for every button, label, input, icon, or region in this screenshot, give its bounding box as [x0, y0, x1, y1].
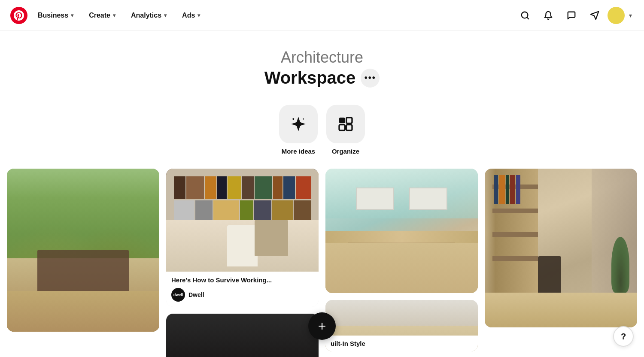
add-pin-fab[interactable]: +: [308, 312, 336, 340]
chevron-down-icon: ▾: [71, 12, 73, 18]
header: Business ▾ Create ▾ Analytics ▾ Ads ▾: [0, 0, 644, 31]
nav-analytics[interactable]: Analytics ▾: [124, 7, 173, 24]
board-actions: More ideas Organize: [0, 96, 644, 169]
pin-overlay: uilt-In Style: [325, 336, 478, 351]
pin-image: [7, 169, 159, 332]
more-ideas-label: More ideas: [282, 148, 315, 155]
svg-point-3: [292, 118, 294, 120]
pin-card[interactable]: Here's How to Survive Working... dwell D…: [166, 169, 319, 307]
notifications-button[interactable]: [538, 5, 559, 26]
more-ideas-icon: [279, 105, 318, 143]
pinterest-logo[interactable]: [10, 7, 27, 24]
svg-rect-5: [339, 118, 345, 123]
pin-card[interactable]: [325, 169, 478, 293]
pin-card[interactable]: uilt-In Style: [325, 300, 478, 351]
board-header: Architecture Workspace •••: [0, 31, 644, 96]
chevron-down-icon: ▾: [164, 12, 167, 18]
search-button[interactable]: [515, 5, 535, 26]
board-options-button[interactable]: •••: [361, 69, 380, 88]
pin-card[interactable]: [7, 169, 159, 332]
svg-line-1: [527, 17, 529, 19]
pin-info: Here's How to Survive Working... dwell D…: [166, 272, 319, 307]
svg-rect-7: [339, 125, 345, 130]
user-avatar[interactable]: [608, 7, 625, 24]
pin-column-3: [485, 169, 637, 327]
svg-marker-2: [591, 11, 598, 19]
pin-image: [166, 169, 319, 272]
pin-source: dwell Dwell: [171, 288, 313, 302]
pin-column-2: uilt-In Style: [325, 169, 478, 351]
help-button[interactable]: ?: [613, 326, 634, 347]
pin-card[interactable]: [166, 314, 319, 357]
header-right: ▾: [515, 5, 634, 26]
pin-image: [325, 169, 478, 293]
svg-point-4: [303, 118, 304, 120]
more-ideas-button[interactable]: More ideas: [279, 105, 318, 155]
svg-rect-8: [346, 125, 352, 130]
share-button[interactable]: [584, 5, 605, 26]
nav-create[interactable]: Create ▾: [82, 7, 122, 24]
source-avatar: dwell: [171, 288, 185, 302]
chevron-down-icon: ▾: [197, 12, 200, 18]
main-nav: Business ▾ Create ▾ Analytics ▾ Ads ▾: [31, 7, 515, 24]
pin-column-0: [7, 169, 159, 332]
pin-image: [485, 169, 637, 327]
pin-column-1: Here's How to Survive Working... dwell D…: [166, 169, 319, 357]
pin-card[interactable]: [485, 169, 637, 327]
messages-button[interactable]: [561, 5, 582, 26]
organize-icon: [326, 105, 365, 143]
board-title: Workspace: [264, 68, 356, 88]
organize-label: Organize: [332, 148, 359, 155]
source-name: Dwell: [188, 291, 204, 298]
organize-button[interactable]: Organize: [326, 105, 365, 155]
nav-ads[interactable]: Ads ▾: [175, 7, 207, 24]
nav-business[interactable]: Business ▾: [31, 7, 80, 24]
board-category: Architecture: [9, 48, 635, 67]
account-chevron[interactable]: ▾: [627, 10, 634, 21]
chevron-down-icon: ▾: [113, 12, 115, 18]
overlay-title: uilt-In Style: [331, 340, 473, 347]
pin-image: [166, 314, 319, 357]
svg-rect-6: [346, 118, 352, 123]
pin-title: Here's How to Survive Working...: [171, 276, 313, 284]
